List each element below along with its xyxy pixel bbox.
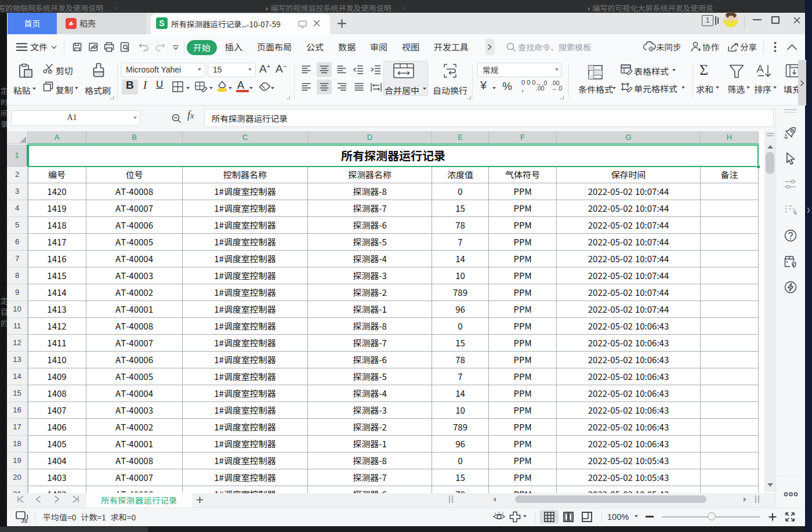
svg-text:JS: JS (21, 517, 28, 523)
